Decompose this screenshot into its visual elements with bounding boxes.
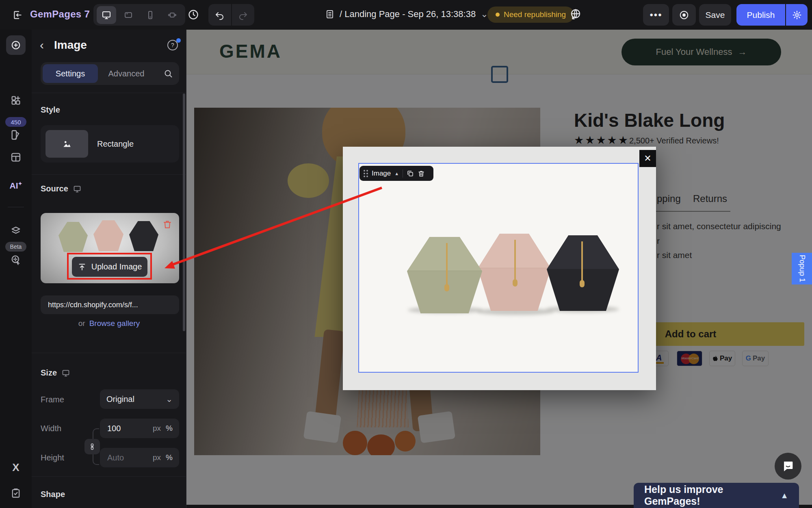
popup-tab-label: Popup 1 — [798, 255, 806, 282]
triangle-up-icon: ▲ — [780, 491, 788, 500]
topbar: GemPages 7 — [0, 0, 812, 30]
browse-gallery-row: or Browse gallery — [32, 319, 186, 328]
templates-count-badge: 450 — [5, 117, 26, 127]
bag-black-thumb — [129, 221, 158, 251]
chat-bubble-icon — [781, 459, 795, 473]
rail-divider — [8, 207, 24, 207]
height-input[interactable] — [106, 453, 148, 463]
add-element-button[interactable] — [6, 35, 26, 55]
element-toolbar: Image ▲ — [359, 166, 433, 181]
panel-divider — [32, 476, 186, 477]
delete-icon[interactable] — [418, 170, 425, 177]
browse-gallery-link[interactable]: Browse gallery — [89, 319, 140, 328]
interaction-target-icon[interactable] — [0, 254, 32, 265]
tab-advanced-label: Advanced — [108, 69, 145, 78]
ai-assistant-button[interactable]: AI✦ — [0, 181, 32, 191]
style-thumbnail[interactable] — [45, 130, 88, 158]
panel-scrollbar[interactable] — [183, 93, 185, 331]
duplicate-icon[interactable] — [407, 170, 414, 177]
source-section-label: Source — [41, 184, 68, 193]
width-unit-pct[interactable]: % — [166, 424, 173, 433]
exit-editor-icon[interactable] — [12, 10, 23, 20]
image-url-input[interactable] — [41, 295, 179, 314]
height-unit-px[interactable]: px — [153, 453, 161, 462]
height-field: px % — [100, 448, 179, 467]
status-dot — [496, 13, 500, 17]
bag-pink-thumb — [93, 220, 123, 251]
device-mobile-icon[interactable] — [141, 6, 160, 24]
globe-language-icon[interactable] — [569, 8, 582, 20]
more-options-button[interactable]: ••• — [643, 4, 669, 26]
publish-button[interactable]: Publish — [736, 4, 785, 26]
caret-up-icon[interactable]: ▲ — [394, 171, 399, 176]
width-field: px % — [100, 419, 179, 438]
publish-settings-gear-icon[interactable] — [786, 4, 808, 26]
publish-label: Publish — [747, 10, 775, 20]
chat-support-button[interactable] — [775, 453, 801, 480]
templates-icon[interactable] — [0, 152, 32, 163]
height-unit-pct[interactable]: % — [166, 453, 173, 462]
close-glyph: ✕ — [644, 153, 651, 164]
page-name: / Landing Page - Sep 26, 13:38:38 — [340, 9, 476, 20]
link-connector — [93, 454, 99, 465]
selected-image-element[interactable] — [358, 163, 639, 373]
width-input[interactable] — [106, 423, 148, 434]
breadcrumb[interactable]: / Landing Page - Sep 26, 13:38:38 ⌄ — [325, 9, 488, 20]
device-scope-icon — [62, 369, 70, 377]
close-icon[interactable]: ✕ — [639, 150, 656, 167]
style-selector-row[interactable]: Rectangle — [41, 125, 179, 163]
elements-library-icon[interactable] — [0, 95, 32, 106]
bag-green — [407, 237, 482, 313]
remove-image-trash-icon[interactable] — [162, 219, 172, 229]
frame-label: Frame — [41, 395, 64, 404]
panel-divider — [32, 353, 186, 353]
tab-advanced[interactable]: Advanced — [98, 69, 155, 78]
bag-green-thumb — [58, 222, 88, 252]
panel-divider — [32, 174, 186, 175]
status-badge-label: Need republishing — [504, 10, 566, 19]
device-desktop-icon[interactable] — [97, 6, 116, 24]
chevron-down-icon[interactable]: ⌄ — [481, 11, 488, 17]
layers-icon[interactable] — [0, 225, 32, 236]
search-icon[interactable] — [163, 69, 173, 78]
or-label: or — [78, 319, 85, 328]
ai-spark-icon: ✦ — [18, 181, 22, 187]
styles-swatch-icon[interactable] — [0, 129, 32, 141]
preview-button[interactable] — [672, 4, 696, 26]
drag-handle-icon[interactable] — [364, 170, 368, 177]
ellipsis-icon: ••• — [650, 9, 662, 21]
style-value: Rectangle — [97, 139, 134, 149]
device-switcher — [93, 4, 185, 26]
toolbar-divider — [403, 169, 403, 178]
device-laptop-icon[interactable] — [119, 6, 138, 24]
panel-title: Image — [54, 39, 87, 52]
feedback-banner-label: Help us improve GemPages! — [644, 484, 771, 507]
redo-icon[interactable] — [232, 4, 255, 26]
undo-icon[interactable] — [208, 4, 232, 26]
device-responsive-icon[interactable] — [162, 6, 182, 24]
bag-flap — [407, 237, 482, 272]
page-doc-icon — [325, 9, 335, 19]
x-label: X — [12, 461, 19, 474]
feedback-banner[interactable]: Help us improve GemPages! ▲ — [634, 483, 799, 508]
width-unit-px[interactable]: px — [153, 424, 161, 433]
ai-label: AI — [9, 181, 18, 190]
save-button[interactable]: Save — [699, 4, 731, 26]
link-dimensions-toggle[interactable] — [84, 439, 100, 454]
undo-redo-group — [208, 4, 254, 26]
checklist-icon[interactable] — [0, 487, 32, 499]
device-scope-icon — [73, 185, 81, 193]
frame-dropdown[interactable]: Original ⌄ — [100, 389, 179, 409]
x-social-icon[interactable]: X — [0, 461, 32, 474]
save-label: Save — [706, 10, 725, 20]
back-arrow-icon[interactable]: ‹ — [40, 39, 44, 51]
bag-tassel — [514, 240, 516, 280]
height-label: Height — [41, 453, 64, 462]
tab-settings[interactable]: Settings — [43, 64, 98, 83]
popup-side-tab[interactable]: Popup 1 — [792, 253, 812, 284]
history-clock-icon[interactable] — [188, 9, 199, 20]
frame-value: Original — [106, 395, 166, 404]
bag-tassel — [446, 243, 448, 285]
image-edit-modal: ✕ Image ▲ — [343, 147, 656, 390]
shape-section-label: Shape — [41, 490, 65, 499]
